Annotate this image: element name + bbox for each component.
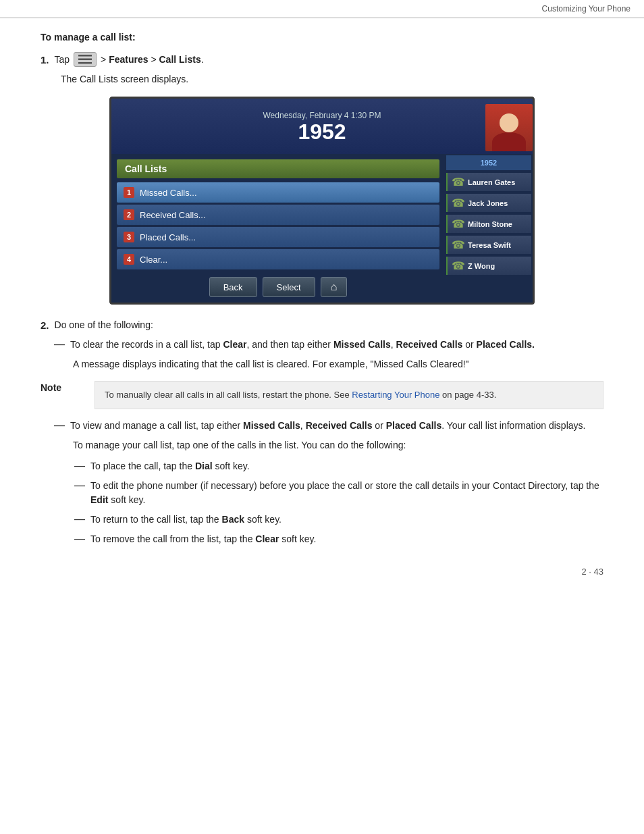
svg-rect-2 [78, 62, 92, 64]
bullet2: — To view and manage a call list, tap ei… [54, 419, 603, 433]
phone-right-panel: 1952 ☎ Lauren Gates ☎ Jack Jones ☎ Milto… [445, 154, 533, 303]
phone-datetime: Wednesday, February 4 1:30 PM [159, 111, 485, 120]
note-link[interactable]: Restarting Your Phone [352, 390, 439, 400]
bullet2-subtext: To manage your call list, tap one of the… [73, 438, 603, 452]
avatar-head [500, 113, 518, 132]
sub-bullet-dial: — To place the call, tap the Dial soft k… [74, 459, 603, 473]
item-badge-2: 2 [124, 209, 134, 220]
phone-screen: Wednesday, February 4 1:30 PM 1952 Call … [109, 97, 535, 305]
sub-bullet-text-1: To place the call, tap the Dial soft key… [90, 459, 250, 473]
step1-number: 1. [41, 54, 49, 66]
contact-name-zwong: Z Wong [468, 262, 495, 270]
phone-body: Call Lists 1 Missed Calls... 2 Received … [111, 154, 533, 303]
step2-section: 2. Do one of the following: — To clear t… [41, 319, 603, 546]
contact-milton-stone[interactable]: ☎ Milton Stone [446, 215, 531, 233]
item-label-placed: Placed Calls... [140, 232, 196, 242]
sub-bullet-clear: — To remove the call from the list, tap … [74, 532, 603, 546]
sub-bullet-text-4: To remove the call from the list, tap th… [90, 532, 316, 546]
sub-bullet-dash-1: — [74, 459, 85, 473]
call-list-item-received[interactable]: 2 Received Calls... [117, 205, 439, 225]
page-header: Customizing Your Phone [0, 0, 644, 18]
contact-name-teresa: Teresa Swift [468, 241, 511, 249]
call-lists-header: Call Lists [117, 159, 439, 178]
contact-jack-jones[interactable]: ☎ Jack Jones [446, 194, 531, 212]
item-badge-4: 4 [124, 254, 134, 265]
contact-teresa-swift[interactable]: ☎ Teresa Swift [446, 236, 531, 254]
note-section: Note To manually clear all calls in all … [41, 381, 603, 409]
contact-call-icon-2: ☎ [452, 197, 465, 209]
sub-bullet-back: — To return to the call list, tap the Ba… [74, 513, 603, 527]
note-content: To manually clear all calls in all call … [95, 381, 603, 409]
contact-call-icon-3: ☎ [452, 217, 465, 230]
bullet1-subtext: A message displays indicating that the c… [73, 357, 603, 371]
select-softkey[interactable]: Select [263, 277, 315, 297]
item-badge-3: 3 [124, 232, 134, 242]
item-label-clear: Clear... [140, 255, 167, 265]
contact-name-jack: Jack Jones [468, 199, 508, 207]
sub-bullet-edit: — To edit the phone number (if necessary… [74, 479, 603, 507]
call-list-item-clear[interactable]: 4 Clear... [117, 249, 439, 269]
contact-ext: 1952 [446, 155, 531, 170]
bullet1-dash: — [54, 338, 65, 352]
sub-bullet-text-3: To return to the call list, tap the Back… [90, 513, 281, 527]
avatar-body [492, 132, 526, 151]
phone-left-panel: Call Lists 1 Missed Calls... 2 Received … [111, 154, 445, 303]
svg-rect-1 [78, 59, 92, 61]
bullet2-dash: — [54, 419, 65, 433]
item-badge-1: 1 [124, 187, 134, 198]
home-softkey[interactable]: ⌂ [321, 277, 348, 297]
sub-bullet-text-2: To edit the phone number (if necessary) … [90, 479, 603, 507]
header-text: Customizing Your Phone [542, 4, 630, 14]
contact-name-lauren: Lauren Gates [468, 178, 515, 186]
contact-call-icon-5: ☎ [452, 259, 465, 272]
phone-avatar [485, 104, 533, 151]
step2-intro-row: 2. Do one of the following: [41, 319, 603, 331]
phone-header-center: Wednesday, February 4 1:30 PM 1952 [159, 111, 485, 144]
sub-bullet-dash-4: — [74, 532, 85, 546]
sub-bullet-dash-2: — [74, 479, 85, 507]
contact-lauren-gates[interactable]: ☎ Lauren Gates [446, 173, 531, 191]
call-list-item-missed[interactable]: 1 Missed Calls... [117, 182, 439, 203]
avatar-image [485, 104, 533, 151]
step1-text-before: Tap [55, 54, 70, 65]
call-list-item-placed[interactable]: 3 Placed Calls... [117, 227, 439, 247]
step2-number: 2. [41, 319, 49, 331]
phone-extension: 1952 [159, 120, 485, 144]
note-label: Note [41, 381, 95, 409]
contact-call-icon-4: ☎ [452, 238, 465, 251]
step1-row: 1. Tap > Features > Call Lists. [41, 52, 603, 67]
contact-call-icon: ☎ [452, 176, 465, 188]
bullet1-text: To clear the records in a call list, tap… [70, 338, 535, 352]
item-label-missed: Missed Calls... [140, 188, 197, 198]
step2-intro: Do one of the following: [55, 319, 153, 331]
menu-button-icon[interactable] [74, 52, 97, 67]
bullet1: — To clear the records in a call list, t… [54, 338, 603, 352]
section-heading: To manage a call list: [41, 32, 603, 43]
phone-header: Wednesday, February 4 1:30 PM 1952 [111, 99, 533, 154]
step1-features-calllists: > Features > Call Lists. [101, 54, 204, 65]
page-number: 2 · 43 [41, 567, 603, 577]
step1-subtext: The Call Lists screen displays. [61, 74, 603, 84]
soft-keys-area: Back Select ⌂ [111, 271, 445, 303]
item-label-received: Received Calls... [140, 210, 206, 220]
bullet2-text: To view and manage a call list, tap eith… [70, 419, 585, 433]
hamburger-icon [78, 55, 92, 64]
contact-z-wong[interactable]: ☎ Z Wong [446, 257, 531, 275]
sub-bullet-dash-3: — [74, 513, 85, 527]
svg-rect-0 [78, 55, 92, 57]
back-softkey[interactable]: Back [209, 277, 257, 297]
contact-name-milton: Milton Stone [468, 220, 512, 228]
